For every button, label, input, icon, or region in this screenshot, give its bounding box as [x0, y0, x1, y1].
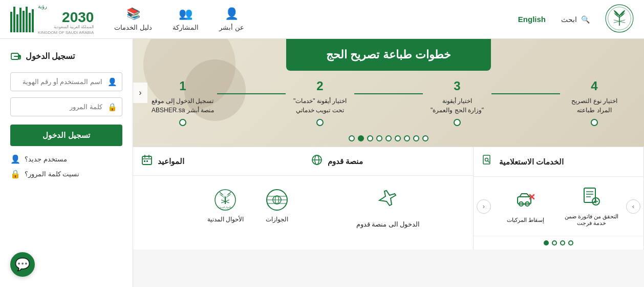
inquiry-services-list: › — [474, 177, 643, 236]
search-icon: 🔍 — [581, 15, 590, 24]
vision-2030-logo: رؤية 2030 المملكة العربية السعوديةKINGDO… — [10, 3, 94, 35]
step-3: 3 اختيار أيقونة"وزارة الحج والعمرة" — [423, 79, 491, 126]
header-nav: 👤 عن أبشر 👥 المشاركة 📚 دليل الخدمات رؤية… — [10, 3, 244, 35]
step-connector-23 — [354, 93, 423, 94]
service-vehicle-cancel[interactable]: إسقاط المركبات — [494, 186, 557, 228]
nav-item-absher[interactable]: 👤 عن أبشر — [219, 7, 244, 31]
inquiry-services-next[interactable]: › — [626, 199, 640, 214]
nav-item-services-guide[interactable]: 📚 دليل الخدمات — [114, 7, 152, 31]
new-user-icon: 👤 — [10, 154, 20, 164]
inquiry-dot-1[interactable] — [568, 240, 573, 245]
slider-dot-2[interactable] — [413, 135, 419, 141]
appointments-header: المواعيد — [133, 147, 303, 176]
slider-dot-6[interactable] — [376, 135, 382, 141]
svg-rect-8 — [584, 188, 595, 202]
plane-icon — [375, 186, 401, 216]
step-connector-12 — [217, 93, 286, 94]
step-4: 4 اختيار نوع التصريحالمراد طباعته — [560, 79, 629, 126]
login-title: تسجيل الدخول — [10, 49, 122, 63]
inquiry-dot-4[interactable] — [544, 240, 549, 245]
step-dot-1 — [179, 119, 186, 126]
inquiry-services-panel: الخدمات الاستعلامية › — [474, 147, 644, 250]
slider-dot-7[interactable] — [367, 135, 373, 141]
new-user-link[interactable]: مستخدم جديد؟ 👤 — [10, 154, 122, 164]
inquiry-dots — [474, 236, 643, 250]
forgot-password-link[interactable]: نسيت كلمة المرور؟ 🔒 — [10, 169, 122, 179]
steps-container: 4 اختيار نوع التصريحالمراد طباعته 3 اختي… — [143, 79, 634, 126]
step-1: 1 تسجيل الدخول إلى موقعمنصة أبشر ABSHER.… — [148, 79, 217, 126]
passport-icon — [264, 187, 290, 213]
login-panel: تسجيل الدخول 👤 🔒 تسجيل الدخول — [0, 39, 133, 287]
inquiry-dot-3[interactable] — [552, 240, 557, 245]
search-services-icon — [482, 154, 494, 169]
svg-rect-28 — [146, 160, 148, 162]
bottom-cards: الخدمات الاستعلامية › — [133, 147, 644, 250]
nav-item-participation[interactable]: 👥 المشاركة — [173, 7, 199, 31]
svg-rect-5 — [483, 155, 490, 164]
hero-prev-button[interactable]: ‹ — [133, 83, 147, 103]
id-card-icon: الأحوال المدنية — [212, 187, 238, 213]
book-icon: 📚 — [126, 7, 140, 20]
password-input[interactable] — [10, 97, 122, 116]
search-button[interactable]: 🔍 ابحث — [561, 15, 590, 24]
forgot-password-icon: 🔒 — [10, 169, 20, 179]
step-2: 2 اختيار أيقونة "خدمات"تحت تبويب خدماتي — [286, 79, 354, 126]
invoice-icon — [582, 186, 602, 210]
step-dot-2 — [316, 119, 324, 126]
language-toggle[interactable]: English — [518, 15, 546, 24]
svg-text:الأحوال المدنية: الأحوال المدنية — [220, 206, 231, 209]
arrival-platform-label: الدخول الى منصة قدوم — [356, 220, 420, 228]
slider-dot-5[interactable] — [385, 135, 392, 141]
arrival-platform-header: منصة قدوم — [303, 147, 473, 176]
password-group: 🔒 — [10, 97, 122, 116]
vision-barcode — [10, 7, 34, 32]
svg-line-7 — [488, 161, 489, 162]
step-dot-4 — [591, 119, 598, 126]
header-right: 🔍 ابحث English — [518, 4, 634, 35]
cards-section: الخدمات الاستعلامية › — [133, 147, 644, 250]
slider-dot-1[interactable] — [422, 135, 428, 141]
search-label: ابحث — [561, 15, 577, 24]
globe-icon — [311, 154, 323, 168]
arrival-platform-content[interactable]: الدخول الى منصة قدوم — [303, 176, 473, 238]
person-icon: 👤 — [225, 7, 239, 20]
slider-dots — [349, 135, 428, 141]
hero-wrapper: خطوات طباعة تصريح الحج 4 اختيار نوع التص… — [133, 39, 644, 287]
slider-dot-8[interactable] — [358, 135, 364, 141]
appointment-passports[interactable]: الجوازات — [256, 181, 298, 229]
inquiry-services-header: الخدمات الاستعلامية — [474, 147, 643, 177]
arrival-platform-panel: منصة قدوم — [303, 147, 474, 250]
saudi-logo — [605, 4, 634, 35]
chat-support-button[interactable]: 💬 — [10, 252, 35, 277]
inquiry-services-prev[interactable]: ‹ — [477, 199, 491, 214]
appointments-panel: المواعيد — [133, 147, 303, 250]
user-field-icon: 👤 — [108, 77, 117, 87]
hero-slider: خطوات طباعة تصريح الحج 4 اختيار نوع التص… — [133, 39, 644, 147]
login-button[interactable]: تسجيل الدخول — [10, 125, 122, 146]
step-dot-3 — [454, 119, 461, 126]
community-icon: 👥 — [179, 7, 192, 20]
lock-icon: 🔒 — [108, 102, 117, 112]
slider-dot-3[interactable] — [404, 135, 410, 141]
calendar-icon — [141, 154, 153, 168]
svg-rect-27 — [144, 160, 145, 162]
username-input[interactable] — [10, 72, 122, 91]
header: 🔍 ابحث English 👤 عن أبشر 👥 المشاركة 📚 دل… — [0, 0, 644, 39]
appointment-civil[interactable]: الأحوال المدنية الأحوال المدنية — [199, 181, 252, 229]
service-invoice-verify[interactable]: التحقق من فاتورة ضمن خدمة فرجت — [560, 182, 623, 231]
step-connector-34 — [491, 93, 560, 94]
main-content: خطوات طباعة تصريح الحج 4 اختيار نوع التص… — [0, 39, 644, 287]
slider-dot-9[interactable] — [349, 135, 355, 141]
car-cancel-icon — [516, 190, 536, 214]
slider-dot-4[interactable] — [395, 135, 401, 141]
login-icon — [10, 49, 22, 63]
hero-title: خطوات طباعة تصريح الحج — [286, 39, 491, 71]
inquiry-dot-2[interactable] — [560, 240, 565, 245]
appointments-list: الجوازات — [133, 176, 303, 234]
username-group: 👤 — [10, 72, 122, 91]
